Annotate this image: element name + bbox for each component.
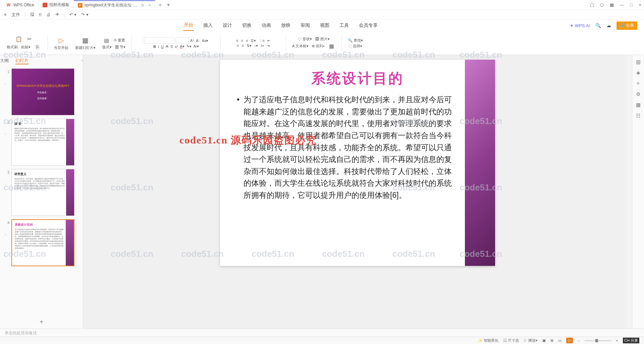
menu-transition[interactable]: 切换 bbox=[241, 20, 252, 31]
slides-tab[interactable]: 幻灯片 bbox=[15, 58, 29, 64]
align-right-icon[interactable]: ≡ bbox=[246, 39, 248, 43]
lang-indicator[interactable]: CH 分算 bbox=[623, 338, 639, 343]
layout-icon[interactable]: ▤ bbox=[103, 37, 110, 44]
print-icon[interactable]: 🖨 bbox=[46, 12, 51, 17]
undo-icon[interactable]: ↶ ▾ bbox=[69, 12, 77, 17]
menu-animation[interactable]: 动画 bbox=[261, 20, 272, 31]
thumbnail-1[interactable]: SPRINGBOOT大学生在线论坛系统PPT 学生姓名： 指导老师： bbox=[11, 68, 74, 115]
strikethrough-icon[interactable]: A̶ bbox=[166, 44, 168, 49]
font-family-select[interactable] bbox=[144, 38, 174, 44]
align-center-icon[interactable]: ≡ bbox=[241, 39, 243, 43]
collapse-panel-icon[interactable]: ‹ bbox=[82, 58, 83, 64]
font-size-select[interactable] bbox=[175, 38, 189, 44]
close-tab-icon[interactable]: × bbox=[149, 3, 151, 8]
menu-design[interactable]: 设计 bbox=[222, 20, 233, 31]
align-dist-icon[interactable]: ≡ bbox=[241, 44, 244, 48]
select-button[interactable]: ⬚ 选择▾ bbox=[348, 44, 362, 49]
superscript-icon[interactable]: x² bbox=[175, 45, 178, 49]
add-slide-button[interactable]: + bbox=[0, 316, 83, 329]
strike-icon[interactable]: S bbox=[170, 45, 173, 49]
star-icon[interactable]: ☆ bbox=[4, 124, 9, 136]
paste-button[interactable]: 粘贴▾ bbox=[21, 45, 31, 50]
export-icon[interactable]: ⎘ bbox=[39, 12, 42, 17]
indent-increase-icon[interactable]: ⇥ bbox=[267, 44, 270, 48]
view-normal-icon[interactable]: ▣ bbox=[542, 338, 546, 343]
notes-pane[interactable]: 单击此处添加备注 bbox=[0, 329, 644, 337]
outline-tab[interactable]: 大纲 bbox=[0, 58, 9, 64]
zoom-in-icon[interactable]: + bbox=[616, 339, 618, 343]
menu-tools[interactable]: 工具 bbox=[339, 20, 350, 31]
window-icon-2[interactable]: ⬡ bbox=[600, 2, 604, 7]
view-reading-icon[interactable]: ▭ bbox=[558, 338, 561, 343]
zoom-slider[interactable] bbox=[585, 340, 611, 341]
play-from-current-icon[interactable]: ▷ bbox=[57, 36, 65, 45]
redo-icon[interactable]: ↷ ▾ bbox=[81, 12, 89, 17]
thumbnail-3[interactable]: 研究意义当前信息时代，时代发展，越来越多的人通过互联网进行学习交流，大学生作为新… bbox=[11, 169, 74, 216]
wps-ai-button[interactable]: ✦ WPS AI bbox=[570, 23, 590, 28]
copy-icon[interactable]: 📋 bbox=[15, 36, 22, 43]
menu-review[interactable]: 审阅 bbox=[300, 20, 311, 31]
share-button[interactable]: 🔗 分享 bbox=[616, 21, 637, 30]
decrease-font-icon[interactable]: A⁻ bbox=[196, 39, 200, 43]
tab-document[interactable]: Pspringboot大学生在线论坛…⎘× bbox=[74, 0, 155, 10]
menu-slideshow[interactable]: 放映 bbox=[280, 20, 291, 31]
tool-icon-2[interactable]: ◈ bbox=[636, 70, 640, 76]
slide[interactable]: 系统设计目的 •为了适应电子信息时代和科技化时代的到来，并且应对今后可能越来越广… bbox=[220, 60, 495, 266]
numbering-icon[interactable]: ⋮≡ bbox=[259, 39, 264, 43]
file-menu[interactable]: 文件 bbox=[11, 12, 20, 18]
window-icon-3[interactable]: ▦ bbox=[610, 2, 614, 7]
maximize-icon[interactable]: □ bbox=[630, 2, 633, 7]
view-slideshow-icon[interactable]: ▷ bbox=[566, 338, 573, 343]
change-case-icon[interactable]: Aa▾ bbox=[202, 39, 208, 43]
tool-icon-5[interactable]: ▦ bbox=[636, 102, 641, 108]
tool-icon-1[interactable]: ▥ bbox=[636, 59, 641, 65]
underline-icon[interactable]: U bbox=[161, 45, 164, 49]
italic-icon[interactable]: I bbox=[158, 45, 159, 49]
picture-button[interactable]: 🖼 图片▾ bbox=[315, 37, 329, 42]
new-slide-icon[interactable]: ▦ bbox=[81, 36, 90, 45]
section-button[interactable]: ☰ 节▾ bbox=[115, 45, 125, 50]
styles-icon[interactable]: ▦ bbox=[328, 42, 335, 50]
columns-icon[interactable]: ⫴▾ bbox=[261, 44, 264, 48]
tab-wps-office[interactable]: WWPS Office bbox=[3, 0, 39, 10]
preview-icon[interactable]: 👁 bbox=[55, 12, 60, 17]
align-justify-icon[interactable]: ≡ bbox=[237, 44, 239, 48]
indent-decrease-icon[interactable]: ⇤ bbox=[267, 39, 270, 43]
arrange-button[interactable]: ⧉ 排列▾ bbox=[312, 44, 325, 49]
star-icon[interactable]: ☆ bbox=[4, 74, 9, 85]
search-icon[interactable]: 🔍 bbox=[595, 23, 601, 28]
save-icon[interactable]: 🖫 bbox=[30, 12, 34, 17]
star-icon[interactable]: ☆ bbox=[4, 225, 9, 236]
increase-font-icon[interactable]: A⁺ bbox=[190, 39, 195, 43]
highlight-icon[interactable]: ✎▾ bbox=[186, 44, 192, 49]
bold-icon[interactable]: B bbox=[153, 45, 156, 49]
play-button[interactable]: ▷ 播放▾ bbox=[524, 338, 538, 343]
menu-start[interactable]: 开始 bbox=[183, 20, 194, 31]
clear-format-icon[interactable]: A/▾ bbox=[194, 44, 199, 49]
font-color-icon[interactable]: A▾ bbox=[180, 44, 184, 49]
close-window-icon[interactable]: × bbox=[639, 2, 641, 7]
view-sorter-icon[interactable]: ⊞ bbox=[550, 338, 553, 343]
layout-button[interactable]: 版式▾ bbox=[102, 45, 112, 50]
cut-icon[interactable]: ✂ bbox=[26, 36, 33, 43]
thumbnail-2[interactable]: 摘 要随着信息技术和时代信息化发展，将计算机技术应用到日常生活中已成为必然趋势。… bbox=[11, 119, 74, 166]
tool-icon-3[interactable]: ✧ bbox=[636, 80, 640, 87]
clipboard-icon[interactable]: ⎘ bbox=[34, 44, 41, 51]
reset-button[interactable]: ⟳ 重置 bbox=[114, 38, 125, 43]
menu-toggle-icon[interactable]: ≡ bbox=[4, 12, 7, 17]
shape-button[interactable]: ◇ 形状▾ bbox=[298, 37, 312, 42]
menu-view[interactable]: 视图 bbox=[319, 20, 330, 31]
thumbnail-4[interactable]: 系统设计目的为了适应电子信息时代和科技化时代的到来，并且应对今后可能越来越广泛的… bbox=[11, 219, 74, 266]
add-tab-button[interactable]: + bbox=[155, 2, 165, 8]
textbox-button[interactable]: A 文本框▾ bbox=[292, 44, 309, 49]
align-left-icon[interactable]: ≡ bbox=[236, 39, 238, 43]
format-painter-button[interactable]: 格式刷 bbox=[7, 45, 18, 50]
menu-insert[interactable]: 插入 bbox=[203, 20, 213, 31]
vertical-scrollbar[interactable] bbox=[627, 55, 632, 329]
tab-template[interactable]: 找稻壳模板 bbox=[39, 0, 74, 10]
tool-icon-6[interactable]: ☷ bbox=[636, 113, 640, 119]
cloud-icon[interactable]: ☁ bbox=[606, 23, 611, 28]
zoom-out-icon[interactable]: − bbox=[578, 339, 580, 343]
tool-icon-4[interactable]: ⚙ bbox=[636, 91, 640, 97]
minimize-icon[interactable]: — bbox=[620, 2, 624, 7]
